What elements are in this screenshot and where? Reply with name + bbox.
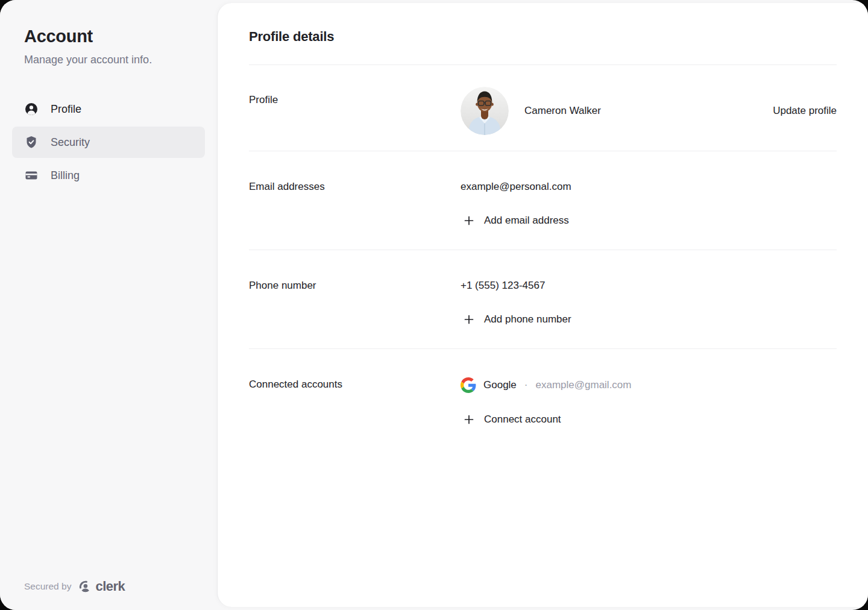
connected-account-email: example@gmail.com — [536, 377, 632, 393]
add-email-button[interactable]: Add email address — [461, 213, 837, 228]
add-phone-label: Add phone number — [484, 312, 571, 327]
provider-name: Google — [483, 377, 517, 393]
secured-by-clerk: Secured by clerk — [24, 579, 125, 594]
connect-account-label: Connect account — [484, 412, 561, 427]
row-label-phone: Phone number — [249, 278, 461, 293]
connect-account-button[interactable]: Connect account — [461, 412, 837, 427]
account-card: Account Manage your account info. Profil… — [0, 0, 868, 610]
sidebar-item-profile[interactable]: Profile — [12, 93, 205, 125]
sidebar-item-security[interactable]: Security — [12, 127, 205, 158]
plus-icon — [464, 314, 474, 325]
sidebar-nav: Profile Security — [12, 93, 205, 191]
plus-icon — [464, 414, 474, 425]
row-label-profile: Profile — [249, 93, 461, 107]
clerk-logo[interactable]: clerk — [78, 579, 125, 594]
clerk-wordmark: clerk — [95, 579, 125, 594]
connected-accounts-section: Connected accounts Google · example@gmai… — [249, 349, 837, 448]
email-section: Email addresses example@personal.com Add… — [249, 151, 837, 250]
phone-row-content: +1 (555) 123-4567 Add phone number — [461, 278, 837, 327]
separator-dot: · — [524, 377, 528, 393]
row-label-email: Email addresses — [249, 180, 461, 194]
user-circle-icon — [24, 102, 39, 116]
secured-by-text: Secured by — [24, 581, 71, 592]
row-label-connected-accounts: Connected accounts — [249, 377, 461, 392]
add-phone-button[interactable]: Add phone number — [461, 312, 837, 327]
sidebar-title: Account — [24, 27, 205, 46]
clerk-icon — [78, 580, 92, 594]
sidebar-item-label: Security — [51, 136, 90, 149]
connected-account-google: Google · example@gmail.com — [461, 377, 837, 393]
email-value: example@personal.com — [461, 180, 837, 194]
avatar — [461, 87, 509, 135]
add-email-label: Add email address — [484, 213, 569, 228]
sidebar: Account Manage your account info. Profil… — [0, 0, 217, 610]
sidebar-item-billing[interactable]: Billing — [12, 160, 205, 191]
email-row-content: example@personal.com Add email address — [461, 180, 837, 228]
sidebar-item-label: Billing — [51, 169, 80, 182]
main-content: Profile details Profile — [217, 3, 868, 607]
sidebar-item-label: Profile — [51, 103, 81, 116]
shield-check-icon — [24, 135, 39, 149]
google-icon — [461, 377, 476, 393]
page-title: Profile details — [249, 29, 837, 45]
profile-row-content: Cameron Walker Update profile — [461, 87, 837, 135]
phone-value: +1 (555) 123-4567 — [461, 278, 837, 293]
credit-card-icon — [24, 168, 39, 183]
update-profile-button[interactable]: Update profile — [773, 105, 837, 117]
connected-row-content: Google · example@gmail.com Connect accou… — [461, 377, 837, 427]
profile-name: Cameron Walker — [524, 105, 601, 117]
plus-icon — [464, 215, 474, 226]
phone-section: Phone number +1 (555) 123-4567 Add phone… — [249, 250, 837, 348]
sidebar-subtitle: Manage your account info. — [24, 52, 205, 67]
profile-section: Profile — [249, 65, 837, 151]
